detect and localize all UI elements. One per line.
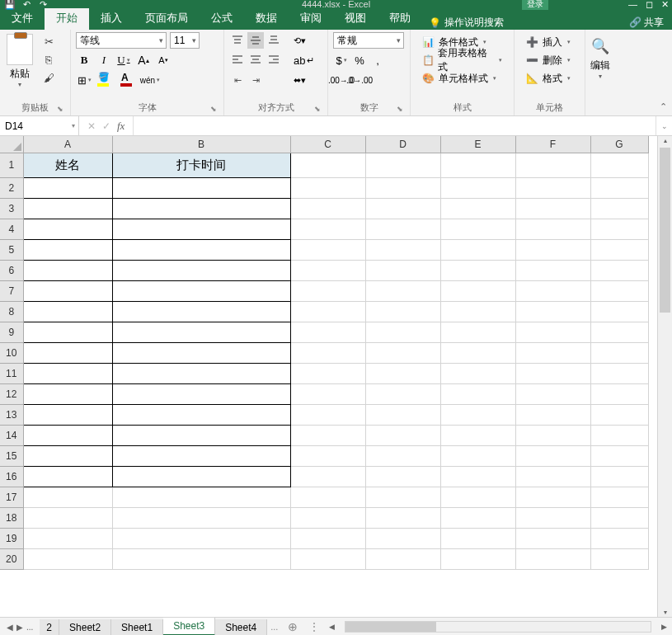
cell-A13[interactable] bbox=[23, 404, 112, 425]
row-header-3[interactable]: 3 bbox=[0, 198, 23, 219]
delete-cells-button[interactable]: ➖删除 bbox=[523, 52, 574, 68]
cell-E14[interactable] bbox=[440, 425, 515, 445]
cell-G1[interactable] bbox=[590, 153, 648, 177]
enter-formula-icon[interactable]: ✓ bbox=[102, 120, 110, 132]
copy-icon[interactable]: ⎘ bbox=[41, 54, 56, 67]
cell-G19[interactable] bbox=[590, 528, 648, 548]
save-icon[interactable]: 💾 bbox=[3, 0, 16, 11]
cell-F7[interactable] bbox=[515, 280, 590, 301]
decrease-font-button[interactable]: A▾ bbox=[155, 52, 172, 68]
sheet-tab-Sheet1[interactable]: Sheet1 bbox=[111, 619, 163, 635]
cell-A3[interactable] bbox=[23, 198, 112, 219]
cell-D3[interactable] bbox=[365, 198, 440, 219]
col-header-B[interactable]: B bbox=[112, 136, 290, 153]
cell-D12[interactable] bbox=[365, 383, 440, 404]
cell-B11[interactable] bbox=[112, 363, 290, 383]
cell-B7[interactable] bbox=[112, 280, 290, 301]
expand-formula-icon[interactable]: ⌄ bbox=[656, 116, 672, 135]
number-format-combo[interactable]: 常规 bbox=[333, 32, 404, 49]
cell-G8[interactable] bbox=[590, 301, 648, 322]
tab-file[interactable]: 文件 bbox=[0, 7, 45, 30]
vscroll-thumb[interactable] bbox=[660, 148, 670, 313]
cell-D8[interactable] bbox=[365, 301, 440, 322]
align-launcher[interactable]: ⬊ bbox=[314, 105, 321, 113]
increase-indent-button[interactable]: ⇥ bbox=[247, 72, 264, 88]
cell-C14[interactable] bbox=[290, 425, 365, 445]
hscroll-right-icon[interactable]: ▶ bbox=[661, 623, 667, 631]
add-sheet-button[interactable]: ⊕ bbox=[281, 620, 304, 633]
cell-E20[interactable] bbox=[440, 548, 515, 569]
wrap-text-button[interactable]: ab↵ bbox=[290, 52, 317, 68]
bold-button[interactable]: B bbox=[76, 52, 92, 68]
cell-F11[interactable] bbox=[515, 363, 590, 383]
cell-E1[interactable] bbox=[440, 153, 515, 177]
cell-A8[interactable] bbox=[23, 301, 112, 322]
cell-G13[interactable] bbox=[590, 404, 648, 425]
cell-G16[interactable] bbox=[590, 466, 648, 487]
row-header-10[interactable]: 10 bbox=[0, 342, 23, 363]
login-badge[interactable]: 登录 bbox=[522, 0, 548, 10]
cell-D7[interactable] bbox=[365, 280, 440, 301]
cell-A5[interactable] bbox=[23, 239, 112, 260]
cell-G4[interactable] bbox=[590, 219, 648, 239]
row-header-9[interactable]: 9 bbox=[0, 322, 23, 342]
align-center-button[interactable] bbox=[247, 52, 264, 68]
cell-C20[interactable] bbox=[290, 548, 365, 569]
cell-A15[interactable] bbox=[23, 445, 112, 466]
sheet-tab-2[interactable]: 2 bbox=[40, 619, 59, 635]
cell-F16[interactable] bbox=[515, 466, 590, 487]
row-header-14[interactable]: 14 bbox=[0, 425, 23, 445]
align-bottom-button[interactable] bbox=[266, 32, 282, 49]
cell-F8[interactable] bbox=[515, 301, 590, 322]
cell-G10[interactable] bbox=[590, 342, 648, 363]
cell-styles-button[interactable]: 🎨单元格样式 bbox=[419, 70, 505, 87]
cell-C7[interactable] bbox=[290, 280, 365, 301]
cell-C6[interactable] bbox=[290, 260, 365, 280]
cell-D19[interactable] bbox=[365, 528, 440, 548]
cell-A7[interactable] bbox=[23, 280, 112, 301]
cell-D1[interactable] bbox=[365, 153, 440, 177]
font-launcher[interactable]: ⬊ bbox=[210, 105, 217, 113]
row-header-8[interactable]: 8 bbox=[0, 301, 23, 322]
row-header-13[interactable]: 13 bbox=[0, 404, 23, 425]
cell-A14[interactable] bbox=[23, 425, 112, 445]
tab-home[interactable]: 开始 bbox=[45, 7, 89, 30]
sheet-more-after[interactable]: ... bbox=[267, 622, 281, 632]
cell-B3[interactable] bbox=[112, 198, 290, 219]
cell-E4[interactable] bbox=[440, 219, 515, 239]
cell-C2[interactable] bbox=[290, 177, 365, 198]
collapse-ribbon-icon[interactable]: ⌃ bbox=[660, 101, 667, 112]
cell-D15[interactable] bbox=[365, 445, 440, 466]
cell-E19[interactable] bbox=[440, 528, 515, 548]
cell-E9[interactable] bbox=[440, 322, 515, 342]
cut-icon[interactable]: ✂ bbox=[41, 35, 56, 49]
tab-insert[interactable]: 插入 bbox=[89, 7, 134, 30]
format-cells-button[interactable]: 📐格式 bbox=[523, 70, 574, 87]
cell-B5[interactable] bbox=[112, 239, 290, 260]
font-color-button[interactable]: A bbox=[119, 72, 139, 88]
cell-G20[interactable] bbox=[590, 548, 648, 569]
col-header-E[interactable]: E bbox=[440, 136, 515, 153]
row-header-17[interactable]: 17 bbox=[0, 487, 23, 507]
cell-C8[interactable] bbox=[290, 301, 365, 322]
formula-input[interactable] bbox=[134, 116, 656, 135]
cell-B4[interactable] bbox=[112, 219, 290, 239]
cell-D14[interactable] bbox=[365, 425, 440, 445]
cell-D13[interactable] bbox=[365, 404, 440, 425]
cell-B13[interactable] bbox=[112, 404, 290, 425]
orientation-button[interactable]: ⟲▾ bbox=[290, 32, 317, 49]
tab-data[interactable]: 数据 bbox=[244, 7, 289, 30]
align-middle-button[interactable] bbox=[247, 32, 264, 49]
currency-button[interactable]: $ bbox=[333, 52, 350, 68]
cell-C18[interactable] bbox=[290, 507, 365, 528]
cell-C11[interactable] bbox=[290, 363, 365, 383]
cell-G9[interactable] bbox=[590, 322, 648, 342]
row-header-5[interactable]: 5 bbox=[0, 239, 23, 260]
cell-G6[interactable] bbox=[590, 260, 648, 280]
cell-A20[interactable] bbox=[23, 548, 112, 569]
cell-B19[interactable] bbox=[112, 528, 290, 548]
row-header-12[interactable]: 12 bbox=[0, 383, 23, 404]
tab-help[interactable]: 帮助 bbox=[378, 7, 422, 30]
name-box[interactable]: D14 bbox=[0, 116, 79, 135]
row-header-19[interactable]: 19 bbox=[0, 528, 23, 548]
